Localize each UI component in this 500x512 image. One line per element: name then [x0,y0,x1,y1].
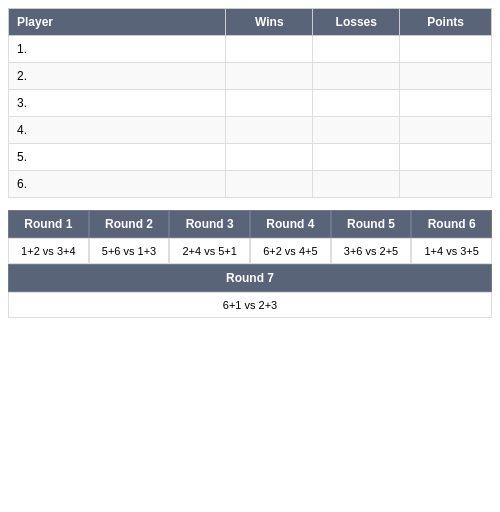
header-wins: Wins [226,9,313,36]
player-number: 4. [9,117,226,144]
player-points [400,171,492,198]
round-cell-1: Round 1 1+2 vs 3+4 [8,210,89,264]
player-points [400,117,492,144]
header-losses: Losses [313,9,400,36]
player-wins [226,63,313,90]
round-cell-2: Round 2 5+6 vs 1+3 [89,210,170,264]
player-wins [226,144,313,171]
round-header-r2: Round 7 [8,264,492,292]
round-header: Round 2 [89,210,170,238]
standings-row: 1. [9,36,492,63]
round-header: Round 3 [169,210,250,238]
player-losses [313,171,400,198]
rounds-row-2: Round 7 6+1 vs 2+3 [8,264,492,318]
round-cell-5: Round 5 3+6 vs 2+5 [331,210,412,264]
standings-row: 6. [9,171,492,198]
standings-row: 5. [9,144,492,171]
round-cell-4: Round 4 6+2 vs 4+5 [250,210,331,264]
player-number: 5. [9,144,226,171]
round-header: Round 1 [8,210,89,238]
player-points [400,36,492,63]
round-matchup: 3+6 vs 2+5 [331,238,412,264]
header-player: Player [9,9,226,36]
standings-row: 3. [9,90,492,117]
round-matchup: 6+2 vs 4+5 [250,238,331,264]
standings-row: 2. [9,63,492,90]
round-cell-3: Round 3 2+4 vs 5+1 [169,210,250,264]
round-header: Round 5 [331,210,412,238]
standings-table: Player Wins Losses Points 1. 2. 3. 4. [8,8,492,198]
player-losses [313,144,400,171]
rounds-row-1: Round 1 1+2 vs 3+4 Round 2 5+6 vs 1+3 Ro… [8,210,492,264]
round-cell-6: Round 6 1+4 vs 3+5 [411,210,492,264]
round-matchup: 5+6 vs 1+3 [89,238,170,264]
player-points [400,144,492,171]
player-wins [226,90,313,117]
round-matchup: 1+4 vs 3+5 [411,238,492,264]
player-number: 6. [9,171,226,198]
standings-row: 4. [9,117,492,144]
header-points: Points [400,9,492,36]
player-points [400,63,492,90]
player-number: 2. [9,63,226,90]
round-cell-r2-1: Round 7 6+1 vs 2+3 [8,264,492,318]
round-header: Round 6 [411,210,492,238]
player-losses [313,36,400,63]
player-losses [313,117,400,144]
round-header: Round 4 [250,210,331,238]
rounds-container: Round 1 1+2 vs 3+4 Round 2 5+6 vs 1+3 Ro… [8,210,492,318]
player-number: 3. [9,90,226,117]
round-matchup: 1+2 vs 3+4 [8,238,89,264]
round-matchup-r2: 6+1 vs 2+3 [8,292,492,318]
player-wins [226,36,313,63]
player-points [400,90,492,117]
round-matchup: 2+4 vs 5+1 [169,238,250,264]
player-number: 1. [9,36,226,63]
player-losses [313,90,400,117]
player-losses [313,63,400,90]
player-wins [226,171,313,198]
player-wins [226,117,313,144]
